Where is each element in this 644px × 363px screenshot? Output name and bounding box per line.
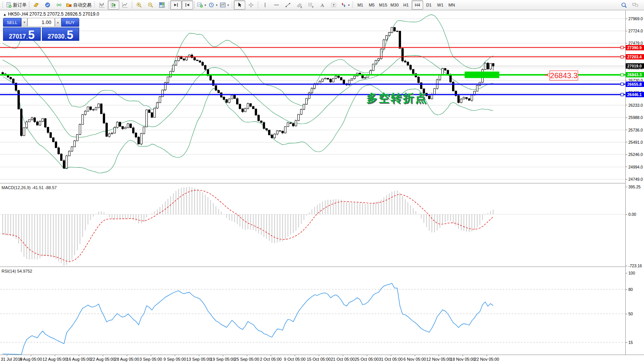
timeframe-button-w1[interactable]: W1 [435, 0, 446, 10]
timeframe-button-h4[interactable]: H4 [412, 0, 423, 10]
price-axis-tick [626, 179, 627, 180]
buy-price-tile[interactable]: 27030.5 [42, 27, 80, 41]
rsi-axis-label: 100 [628, 271, 635, 275]
rsi-canvas[interactable] [0, 268, 625, 355]
sell-price-int: 27017 [9, 34, 26, 40]
collapse-arrow-icon[interactable]: ▲ [3, 13, 6, 16]
sell-button[interactable]: SELL [3, 18, 21, 27]
metaeditor-icon [45, 2, 51, 8]
chat-icon [632, 2, 639, 8]
zoom-out-button[interactable] [145, 0, 156, 10]
time-axis[interactable]: 31 Jul 20196 Aug 05:0012 Aug 05:0016 Aug… [0, 355, 644, 363]
profiles-icon [33, 2, 39, 8]
chat-button[interactable] [630, 0, 641, 10]
periods-caret-icon: ▾ [216, 3, 217, 7]
text-label-button[interactable]: T [328, 0, 339, 10]
time-axis-label: 6 Aug 05:00 [20, 357, 42, 361]
macd-pane[interactable]: MACD(12,26,9) -41.51 -88.57 [0, 185, 625, 267]
trendline-button[interactable] [282, 0, 294, 10]
price-axis-label: 24749.0 [628, 177, 643, 182]
toolbar-grip[interactable] [2, 2, 4, 8]
rsi-axis-tick [626, 289, 627, 290]
timeframe-button-m30[interactable]: M30 [389, 0, 400, 10]
timeframe-button-m15[interactable]: M15 [377, 0, 389, 10]
templates-button[interactable]: ▾ [219, 0, 230, 10]
rsi-axis-label: 15 [628, 340, 633, 345]
bar-chart-button[interactable] [96, 0, 108, 10]
rsi-axis-label: 80 [628, 287, 633, 292]
timeframe-button-m5[interactable]: M5 [366, 0, 377, 10]
autotrading-label: 自动交易 [73, 2, 91, 8]
volume-up-button[interactable]: ▲ [55, 18, 61, 27]
autotrading-button[interactable]: 自动交易 [65, 0, 93, 10]
price-axis[interactable]: 27969.027724.027479.026982.026730.026485… [625, 10, 644, 363]
equidistant-channel-button[interactable]: E [294, 0, 305, 10]
price-axis-badge: 27203.4 [626, 54, 644, 59]
line-chart-button[interactable] [119, 0, 131, 10]
periods-button[interactable]: ▾ [207, 0, 219, 10]
sell-price-tile[interactable]: 27017.5 [3, 27, 41, 41]
fibonacci-icon: F [308, 2, 314, 8]
volume-down-button[interactable]: ▼ [21, 18, 28, 27]
timeframe-button-d1[interactable]: D1 [423, 0, 435, 10]
main-chart-pane[interactable] [0, 10, 625, 183]
price-axis-label: 26233.0 [628, 103, 643, 108]
svg-text:E: E [300, 6, 302, 8]
signals-button[interactable] [53, 0, 65, 10]
tile-windows-button[interactable] [156, 0, 168, 10]
buy-price-big: 5 [67, 30, 73, 40]
chart-annotation-text[interactable]: 多空转折点 [366, 91, 427, 106]
price-axis-label: 25246.0 [628, 152, 643, 157]
volume-input[interactable]: 1.00 [27, 18, 54, 27]
time-axis-label: 18 Nov 05:00 [450, 357, 475, 361]
time-axis-label: 9 Oct 05:00 [284, 357, 306, 361]
rsi-pane[interactable]: RSI(14) 54.9752 [0, 268, 625, 355]
new-order-label: 新订单 [13, 2, 27, 8]
timeframe-button-h1[interactable]: H1 [400, 0, 412, 10]
buy-price-int: 27030 [48, 34, 65, 40]
price-axis-badge: 27390.9 [626, 45, 644, 50]
rsi-axis-tick [626, 342, 627, 343]
search-button[interactable] [618, 0, 630, 10]
profiles-button[interactable] [30, 0, 42, 10]
zoom-in-button[interactable] [133, 0, 145, 10]
time-axis-tick [7, 355, 7, 356]
metaeditor-button[interactable] [42, 0, 53, 10]
price-axis-label: 27724.0 [628, 29, 643, 33]
svg-text:F: F [312, 6, 314, 8]
indicators-button[interactable]: ▾ [196, 0, 207, 10]
chart-shift-button[interactable] [182, 0, 193, 10]
vertical-line-button[interactable] [259, 0, 271, 10]
macd-axis-label: 395.25 [628, 185, 641, 189]
bar-chart-icon [99, 2, 105, 8]
main-chart-canvas[interactable] [0, 10, 625, 183]
horizontal-line-button[interactable] [271, 0, 282, 10]
cursor-button[interactable] [234, 0, 245, 10]
new-order-icon [6, 2, 12, 8]
equidistant-channel-icon: E [296, 2, 302, 8]
price-label-box[interactable]: 26843.3 [550, 71, 578, 80]
crosshair-button[interactable] [245, 0, 257, 10]
price-axis-tick [626, 117, 627, 118]
price-axis-badge: 26446.1 [626, 92, 644, 97]
fibonacci-button[interactable]: F [305, 0, 316, 10]
arrows-button[interactable]: ▾ [339, 0, 351, 10]
time-axis-tick [343, 355, 343, 356]
macd-canvas[interactable] [0, 185, 625, 267]
rsi-axis-tick [626, 273, 627, 273]
candlestick-chart-button[interactable] [108, 0, 119, 10]
auto-scroll-button[interactable] [170, 0, 182, 10]
sell-price-big: 5 [28, 30, 35, 40]
text-button[interactable]: A [316, 0, 328, 10]
timeframe-button-m1[interactable]: M1 [355, 0, 366, 10]
indicators-icon [197, 2, 203, 8]
time-axis-tick [31, 355, 31, 356]
timeframe-button-mn[interactable]: MN [446, 0, 457, 10]
sell-price-dot: . [26, 34, 28, 40]
time-axis-label: 15 Oct 05:00 [307, 357, 331, 361]
time-axis-tick [319, 355, 319, 356]
buy-button[interactable]: BUY [61, 18, 80, 27]
trendline-icon [285, 2, 291, 8]
new-order-button[interactable]: 新订单 [5, 0, 28, 10]
templates-caret-icon: ▾ [227, 3, 229, 7]
